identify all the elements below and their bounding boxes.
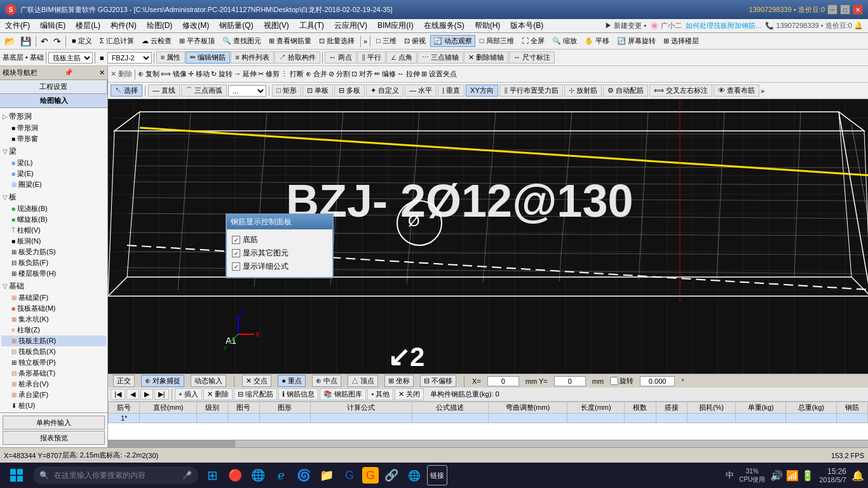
coord-btn[interactable]: ⊞ 坐标 bbox=[384, 375, 414, 387]
rotate-check[interactable] bbox=[610, 377, 618, 385]
scale-rebar-btn[interactable]: ⊟ 缩尺配筋 bbox=[234, 388, 277, 400]
shape-combo[interactable]: ... bbox=[228, 85, 266, 97]
tree-header-foundation[interactable]: ▽ 基础 bbox=[1, 280, 106, 292]
tree-item-cast-slab[interactable]: ■现浇板(B) bbox=[1, 203, 106, 214]
dynamic-observe-btn[interactable]: 🔄 动态观察 bbox=[430, 35, 475, 47]
rebar-lib-btn[interactable]: 📚 钢筋图库 bbox=[320, 388, 366, 400]
cross-lr-btn[interactable]: ⟺ 交叉左右标注 bbox=[649, 85, 712, 97]
report-preview-btn[interactable]: 报表预览 bbox=[3, 431, 105, 445]
menu-version[interactable]: 版本号(B) bbox=[505, 19, 548, 32]
pan-btn[interactable]: ✋ 平移 bbox=[581, 35, 613, 47]
align-icon[interactable]: ⊡ 对齐 bbox=[351, 69, 373, 79]
endpoint-btn[interactable]: △ 顶点 bbox=[348, 375, 378, 387]
tree-item-raft-neg-rebar[interactable]: ⊟筏板负筋(X) bbox=[1, 346, 106, 357]
fullscreen-btn[interactable]: ⛶ 全屏 bbox=[519, 35, 548, 47]
menu-file[interactable]: 文件(F) bbox=[0, 19, 35, 32]
close-button[interactable]: ✕ bbox=[853, 4, 863, 15]
select-btn[interactable]: ↖ 选择 bbox=[111, 85, 142, 97]
insert-btn[interactable]: + 插入 bbox=[175, 388, 202, 400]
xy-btn[interactable]: XY方向 bbox=[466, 85, 498, 97]
set-clamp-icon[interactable]: ⊞ 设置夹点 bbox=[421, 69, 457, 79]
midpoint-btn[interactable]: ● 重点 bbox=[278, 375, 306, 387]
tree-item-cap-beam[interactable]: ⊞承台梁(F) bbox=[1, 390, 106, 400]
drawing-input-btn[interactable]: 绘图输入 bbox=[0, 94, 107, 107]
no-offset-btn[interactable]: ⊟ 不偏移 bbox=[420, 375, 456, 387]
define-btn[interactable]: ■ 定义 bbox=[69, 35, 95, 47]
menu-edit[interactable]: 编辑(E) bbox=[35, 19, 71, 32]
menu-component[interactable]: 构件(N) bbox=[105, 19, 142, 32]
copy-icon[interactable]: ⊕ 复制 bbox=[138, 69, 159, 79]
taskbar-app-folder[interactable]: 📁 bbox=[316, 465, 337, 485]
minimize-button[interactable]: ─ bbox=[827, 4, 837, 15]
close-table-btn[interactable]: ✕ 关闭 bbox=[395, 388, 424, 400]
tree-item-slab-neg-rebar[interactable]: ⊟板负筋(F) bbox=[1, 257, 106, 268]
taskbar-app-ie[interactable]: ℯ bbox=[271, 465, 291, 485]
tree-item-strip-window[interactable]: ■带形窗 bbox=[1, 133, 106, 144]
3d-view-btn[interactable]: □ 三维 bbox=[373, 35, 400, 47]
cloud-check-btn[interactable]: ☁ 云检查 bbox=[139, 35, 175, 47]
delete-icon[interactable]: ✕ 删除 bbox=[111, 69, 132, 79]
other-btn[interactable]: • 其他 bbox=[367, 388, 393, 400]
mic-icon[interactable]: 🎤 bbox=[182, 471, 192, 480]
menu-online[interactable]: 在线服务(S) bbox=[419, 19, 470, 32]
menu-bim[interactable]: BIM应用(I) bbox=[372, 19, 419, 32]
menu-modify[interactable]: 修改(M) bbox=[177, 19, 214, 32]
single-component-btn[interactable]: 单构件输入 bbox=[3, 416, 105, 430]
point-angle-btn[interactable]: ∠ 点角 bbox=[386, 51, 417, 64]
custom-btn[interactable]: ✦ 自定义 bbox=[366, 85, 403, 97]
save-icon[interactable]: 💾 bbox=[18, 36, 33, 47]
zoom-btn[interactable]: 🔍 缩放 bbox=[549, 35, 580, 47]
rcp-title[interactable]: 钢筋显示控制面板 bbox=[227, 215, 332, 229]
rect-btn[interactable]: □ 矩形 bbox=[272, 85, 301, 97]
three-point-btn[interactable]: ⋯ 三点辅轴 bbox=[417, 51, 463, 64]
tree-item-col-pier[interactable]: ≡柱墩(Z) bbox=[1, 325, 106, 336]
nav-last-btn[interactable]: ▶| bbox=[154, 389, 169, 400]
tree-item-strip-hole[interactable]: ■带形洞 bbox=[1, 123, 106, 133]
redo-icon[interactable]: ↷ bbox=[51, 36, 63, 47]
delete-rebar-btn[interactable]: ✕ 删除 bbox=[203, 388, 233, 400]
view-rebar-layout-btn[interactable]: 👁 查看布筋 bbox=[714, 85, 759, 97]
tree-item-found-beam[interactable]: ⊞基础梁(F) bbox=[1, 292, 106, 303]
mirror-icon[interactable]: ⟺ 镜像 bbox=[161, 69, 187, 79]
taskbar-app-task[interactable]: ⊞ bbox=[202, 465, 222, 485]
open-icon[interactable]: 📂 bbox=[3, 36, 17, 47]
rebar-info-btn[interactable]: ℹ 钢筋信息 bbox=[278, 388, 318, 400]
line-btn[interactable]: — 直线 bbox=[148, 85, 180, 97]
tree-item-sump[interactable]: ⊠集水坑(K) bbox=[1, 314, 106, 325]
taskbar-search[interactable]: 🔍 在这里输入你要搜索的内容 🎤 bbox=[33, 466, 198, 484]
menu-help[interactable]: 帮助(H) bbox=[470, 19, 506, 32]
tree-item-col-cap[interactable]: T柱帽(V) bbox=[1, 225, 106, 236]
rotate-input[interactable] bbox=[640, 376, 675, 386]
tree-item-slab-rebar-s[interactable]: ⊞板受力筋(S) bbox=[1, 247, 106, 257]
tree-header-beam[interactable]: ▽ 梁 bbox=[1, 146, 106, 158]
nav-close-icon[interactable]: ✕ bbox=[99, 69, 105, 77]
multi-slab-btn[interactable]: ⊟ 多板 bbox=[334, 85, 365, 97]
rotate-icon[interactable]: ↻ 旋转 bbox=[211, 69, 233, 79]
extend-icon[interactable]: → 延伸 bbox=[234, 69, 257, 79]
main-rebar-select[interactable]: 筏板主筋 bbox=[48, 52, 93, 64]
trim-icon[interactable]: ✂ 修剪 bbox=[258, 69, 280, 79]
h-scrollbar[interactable] bbox=[108, 440, 868, 447]
radial-btn[interactable]: ⊹ 放射筋 bbox=[564, 85, 602, 97]
two-point-btn[interactable]: ↔ 两点 bbox=[325, 51, 356, 64]
nav-pin-icon[interactable]: 📌 bbox=[64, 69, 73, 77]
parallel-rebar-btn[interactable]: ∥ 平行布置受力筋 bbox=[499, 85, 563, 97]
dynamic-input-btn[interactable]: 动态输入 bbox=[191, 375, 226, 387]
intersection-btn[interactable]: ✕ 交点 bbox=[242, 375, 271, 387]
taskbar-app-link2[interactable]: 链接 bbox=[427, 465, 447, 485]
menu-cloud[interactable]: 云应用(V) bbox=[329, 19, 372, 32]
y-input[interactable] bbox=[554, 376, 586, 386]
vert-btn[interactable]: | 垂直 bbox=[438, 85, 465, 97]
taskbar-app-globe[interactable]: 🌐 bbox=[404, 465, 424, 485]
tree-item-raft-found[interactable]: ■筏板基础(M) bbox=[1, 303, 106, 314]
new-change-btn[interactable]: ▶ 新建变更 • bbox=[605, 21, 646, 30]
tree-item-beam-E[interactable]: ■梁(E) bbox=[1, 168, 106, 179]
del-axis-btn[interactable]: ✕ 删除辅轴 bbox=[464, 51, 508, 64]
menu-draw[interactable]: 绘图(D) bbox=[142, 19, 178, 32]
tree-item-raft-main-rebar[interactable]: ⊞筏板主筋(R) bbox=[1, 336, 106, 346]
component-list-btn[interactable]: ≡ 构件列表 bbox=[231, 51, 273, 64]
single-slab-btn[interactable]: ⊡ 单板 bbox=[302, 85, 333, 97]
break-icon[interactable]: ⋮ 打断 bbox=[281, 69, 304, 79]
edit-icon[interactable]: ✏ 编修 bbox=[374, 69, 396, 79]
viewport[interactable]: BZJ- 2Ø12@130 A1 Ø ↙2 Z X bbox=[108, 99, 868, 374]
